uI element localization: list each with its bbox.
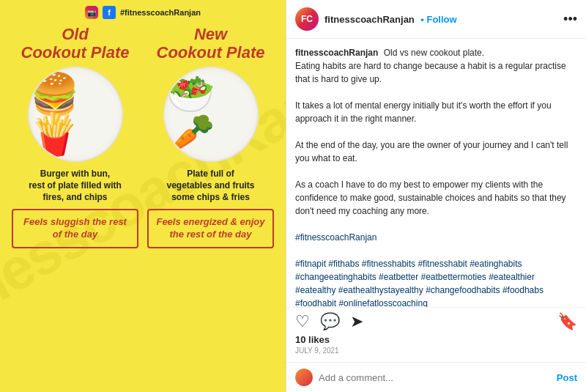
caption-area: fitnesscoachRanjan Old vs new cookout pl…: [286, 39, 586, 307]
like-button[interactable]: ♡: [295, 312, 310, 331]
follow-button[interactable]: • Follow: [420, 14, 456, 25]
post-comment-button[interactable]: Post: [557, 372, 577, 383]
hashtag-primary[interactable]: #fitnesscoachRanjan: [295, 232, 377, 243]
old-feel-box: Feels sluggish the rest of the day: [12, 209, 138, 248]
caption-line4: As a coach I have to do my best to empow…: [295, 180, 566, 216]
bookmark-button[interactable]: 🔖: [557, 312, 577, 331]
old-feel-text: Feels sluggish the rest of the day: [23, 216, 127, 240]
old-title: OldCookout Plate: [21, 25, 130, 62]
new-title: NewCookout Plate: [157, 25, 265, 62]
action-icons: ♡ 💬 ➤ 🔖: [295, 312, 577, 331]
new-feel-box: Feels energized & enjoythe rest of the d…: [147, 209, 274, 248]
caption-line2: It takes a lot of mental energy initiall…: [295, 100, 552, 124]
new-food-plate: 🥗🥕: [163, 67, 259, 162]
instagram-icon: 📷: [85, 6, 98, 19]
old-food-plate: 🍔🍟: [28, 67, 123, 162]
social-handle: #fitnesscoachRanjan: [120, 8, 201, 17]
sidebar: FC fitnesscoachRanjan • Follow ••• fitne…: [286, 0, 586, 392]
actions-bar: ♡ 💬 ➤ 🔖 10 likes JULY 9, 2021: [286, 307, 586, 362]
comment-avatar: [295, 369, 313, 386]
header-username-area: fitnesscoachRanjan • Follow: [324, 12, 457, 26]
avatar: FC: [295, 7, 319, 31]
comment-bar: Post: [286, 362, 586, 392]
comment-button[interactable]: 💬: [320, 312, 340, 331]
new-feel-text: Feels energized & enjoythe rest of the d…: [156, 216, 264, 240]
post-date: JULY 9, 2021: [295, 347, 577, 355]
hashtag-secondary: #fitnapit #fithabs #fitnesshabits #fitne…: [295, 259, 544, 307]
username[interactable]: fitnesscoachRanjan: [324, 14, 415, 25]
likes-count: 10 likes: [295, 334, 577, 345]
new-food-emoji: 🥗🥕: [165, 74, 257, 155]
caption-username[interactable]: fitnesscoachRanjan: [295, 48, 378, 58]
facebook-icon: f: [103, 6, 116, 19]
food-columns: OldCookout Plate 🍔🍟 Burger with bun,rest…: [0, 22, 286, 392]
comment-input[interactable]: [319, 372, 551, 383]
old-food-emoji: 🍔🍟: [29, 74, 122, 155]
old-col: OldCookout Plate 🍔🍟 Burger with bun,rest…: [7, 22, 143, 392]
caption-line3: At the end of the day, you are the owner…: [295, 140, 568, 163]
post-image: #fitnesscoachRanjan 📷 f #fitnesscoachRan…: [0, 0, 286, 392]
top-bar: 📷 f #fitnesscoachRanjan: [0, 0, 286, 22]
new-food-desc: Plate full ofvegetables and fruitssome c…: [166, 168, 254, 204]
share-button[interactable]: ➤: [350, 312, 363, 331]
new-col: NewCookout Plate 🥗🥕 Plate full ofvegetab…: [143, 22, 278, 392]
more-options-button[interactable]: •••: [563, 12, 577, 26]
post-header: FC fitnesscoachRanjan • Follow •••: [286, 0, 586, 39]
old-food-desc: Burger with bun,rest of plate filled wit…: [29, 168, 122, 204]
